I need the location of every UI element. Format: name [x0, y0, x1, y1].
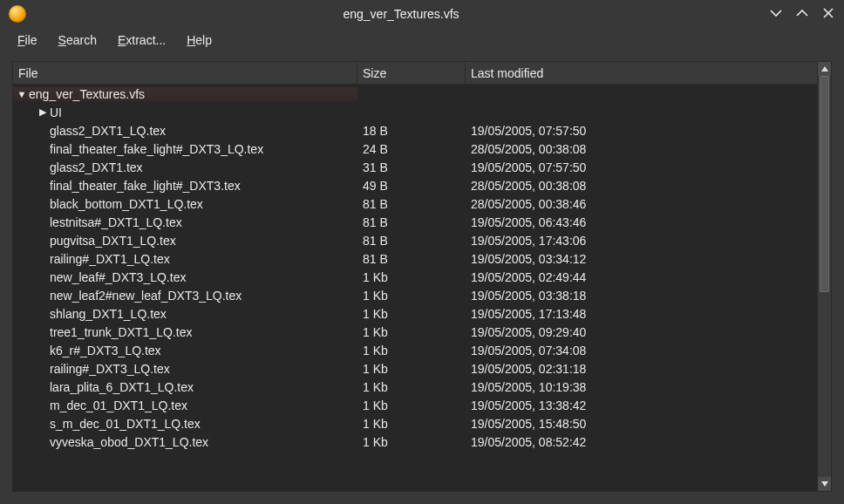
- file-modified: 28/05/2005, 00:38:46: [466, 197, 817, 211]
- file-row[interactable]: ▶k6_r#_DXT3_LQ.tex 1 Kb 19/05/2005, 07:3…: [13, 341, 817, 359]
- file-row[interactable]: ▶m_dec_01_DXT1_LQ.tex 1 Kb 19/05/2005, 1…: [13, 396, 817, 414]
- file-modified: 19/05/2005, 13:38:42: [466, 398, 817, 412]
- file-row[interactable]: ▶pugvitsa_DXT1_LQ.tex 81 B 19/05/2005, 1…: [13, 231, 817, 249]
- scroll-down-button[interactable]: [818, 477, 832, 491]
- window-controls: [769, 6, 835, 23]
- file-name: new_leaf#_DXT3_LQ.tex: [50, 270, 186, 284]
- file-name: lestnitsa#_DXT1_LQ.tex: [50, 215, 182, 229]
- menu-search[interactable]: Search: [57, 31, 99, 50]
- file-size: 1 Kb: [357, 417, 466, 431]
- file-row[interactable]: ▶shlang_DXT1_LQ.tex 1 Kb 19/05/2005, 17:…: [13, 304, 817, 323]
- app-window: eng_ver_Textures.vfs File Search Extract…: [0, 0, 844, 504]
- tree-folder-row[interactable]: ▶ UI: [13, 103, 817, 121]
- file-row[interactable]: ▶railing#_DXT1_LQ.tex 81 B 19/05/2005, 0…: [13, 249, 817, 268]
- file-modified: 19/05/2005, 03:38:18: [466, 289, 817, 303]
- expander-closed-icon[interactable]: ▶: [37, 106, 49, 118]
- file-name: tree1_trunk_DXT1_LQ.tex: [50, 325, 192, 339]
- file-modified: 19/05/2005, 02:31:18: [466, 362, 817, 376]
- file-size: 1 Kb: [357, 344, 466, 358]
- file-name: s_m_dec_01_DXT1_LQ.tex: [50, 417, 201, 431]
- column-headers: File Size Last modified: [13, 62, 817, 85]
- file-row[interactable]: ▶glass2_DXT1_LQ.tex 18 B 19/05/2005, 07:…: [13, 121, 817, 140]
- file-modified: 19/05/2005, 17:13:48: [466, 307, 817, 321]
- file-size: 1 Kb: [357, 398, 466, 412]
- file-size: 81 B: [357, 197, 466, 211]
- file-name: railing#_DXT1_LQ.tex: [50, 252, 170, 266]
- file-name: black_bottom_DXT1_LQ.tex: [50, 197, 203, 211]
- file-modified: 28/05/2005, 00:38:08: [466, 142, 817, 156]
- column-header-file[interactable]: File: [13, 62, 357, 84]
- file-size: 49 B: [357, 179, 466, 193]
- file-size: 81 B: [357, 215, 466, 229]
- file-row[interactable]: ▶vyveska_obod_DXT1_LQ.tex 1 Kb 19/05/200…: [13, 432, 817, 451]
- file-size: 1 Kb: [357, 380, 466, 394]
- expander-open-icon[interactable]: ▼: [16, 89, 28, 99]
- file-modified: 19/05/2005, 15:48:50: [466, 417, 817, 431]
- file-row[interactable]: ▶new_leaf#_DXT3_LQ.tex 1 Kb 19/05/2005, …: [13, 268, 817, 286]
- scroll-up-button[interactable]: [818, 62, 832, 76]
- file-row[interactable]: ▶final_theater_fake_light#_DXT3_LQ.tex 2…: [13, 140, 817, 158]
- svg-marker-3: [821, 481, 828, 487]
- file-row[interactable]: ▶railing#_DXT3_LQ.tex 1 Kb 19/05/2005, 0…: [13, 359, 817, 378]
- file-modified: 19/05/2005, 08:52:42: [466, 435, 817, 449]
- maximize-button[interactable]: [795, 6, 809, 23]
- file-row[interactable]: ▶black_bottom_DXT1_LQ.tex 81 B 28/05/200…: [13, 194, 817, 213]
- file-modified: 19/05/2005, 06:43:46: [466, 215, 817, 229]
- file-size: 24 B: [357, 142, 466, 156]
- treeview-rows: ▼ eng_ver_Textures.vfs ▶ UI: [13, 85, 817, 491]
- menubar: File Search Extract... Help: [0, 28, 844, 52]
- file-modified: 19/05/2005, 07:57:50: [466, 160, 817, 174]
- file-name: railing#_DXT3_LQ.tex: [50, 362, 170, 376]
- file-row[interactable]: ▶new_leaf2#new_leaf_DXT3_LQ.tex 1 Kb 19/…: [13, 286, 817, 304]
- file-row[interactable]: ▶s_m_dec_01_DXT1_LQ.tex 1 Kb 19/05/2005,…: [13, 414, 817, 432]
- scroll-thumb[interactable]: [820, 76, 829, 292]
- file-name: lara_plita_6_DXT1_LQ.tex: [50, 380, 194, 394]
- column-header-modified[interactable]: Last modified: [466, 62, 817, 84]
- file-size: 1 Kb: [357, 435, 466, 449]
- file-row[interactable]: ▶glass2_DXT1.tex 31 B 19/05/2005, 07:57:…: [13, 158, 817, 176]
- app-icon: [9, 5, 26, 23]
- minimize-button[interactable]: [769, 6, 783, 23]
- tree-root-name: eng_ver_Textures.vfs: [29, 87, 145, 101]
- scroll-track[interactable]: [818, 76, 831, 477]
- file-name: new_leaf2#new_leaf_DXT3_LQ.tex: [50, 289, 242, 303]
- titlebar: eng_ver_Textures.vfs: [0, 0, 844, 28]
- tree-root-row[interactable]: ▼ eng_ver_Textures.vfs: [13, 85, 817, 103]
- close-button[interactable]: [821, 6, 835, 23]
- file-name: shlang_DXT1_LQ.tex: [50, 307, 167, 321]
- file-modified: 19/05/2005, 17:43:06: [466, 234, 817, 248]
- file-modified: 28/05/2005, 00:38:08: [466, 179, 817, 193]
- file-size: 1 Kb: [357, 307, 466, 321]
- file-modified: 19/05/2005, 07:57:50: [466, 124, 817, 138]
- svg-marker-2: [821, 66, 828, 72]
- file-name: k6_r#_DXT3_LQ.tex: [50, 344, 161, 358]
- file-row[interactable]: ▶final_theater_fake_light#_DXT3.tex 49 B…: [13, 176, 817, 194]
- file-size: 1 Kb: [357, 270, 466, 284]
- file-size: 81 B: [357, 252, 466, 266]
- menu-help[interactable]: Help: [185, 31, 214, 50]
- column-header-size[interactable]: Size: [357, 62, 466, 84]
- tree-folder-name: UI: [50, 106, 62, 119]
- file-name: m_dec_01_DXT1_LQ.tex: [50, 398, 187, 412]
- file-row[interactable]: ▶lara_plita_6_DXT1_LQ.tex 1 Kb 19/05/200…: [13, 378, 817, 396]
- file-modified: 19/05/2005, 09:29:40: [466, 325, 817, 339]
- file-row[interactable]: ▶lestnitsa#_DXT1_LQ.tex 81 B 19/05/2005,…: [13, 213, 817, 231]
- content: File Size Last modified ▼ eng_ver_Textur…: [0, 52, 844, 504]
- file-name: glass2_DXT1.tex: [50, 160, 143, 174]
- file-row[interactable]: ▶tree1_trunk_DXT1_LQ.tex 1 Kb 19/05/2005…: [13, 323, 817, 341]
- file-size: 1 Kb: [357, 362, 466, 376]
- vertical-scrollbar[interactable]: [817, 62, 831, 491]
- file-name: vyveska_obod_DXT1_LQ.tex: [50, 435, 208, 449]
- file-size: 1 Kb: [357, 289, 466, 303]
- menu-extract[interactable]: Extract...: [116, 31, 167, 50]
- file-size: 18 B: [357, 124, 466, 138]
- file-modified: 19/05/2005, 03:34:12: [466, 252, 817, 266]
- file-size: 1 Kb: [357, 325, 466, 339]
- menu-file[interactable]: File: [16, 31, 39, 50]
- file-name: final_theater_fake_light#_DXT3.tex: [50, 179, 241, 193]
- file-size: 81 B: [357, 234, 466, 248]
- file-modified: 19/05/2005, 02:49:44: [466, 270, 817, 284]
- file-modified: 19/05/2005, 07:34:08: [466, 344, 817, 358]
- window-title: eng_ver_Textures.vfs: [33, 7, 769, 21]
- file-modified: 19/05/2005, 10:19:38: [466, 380, 817, 394]
